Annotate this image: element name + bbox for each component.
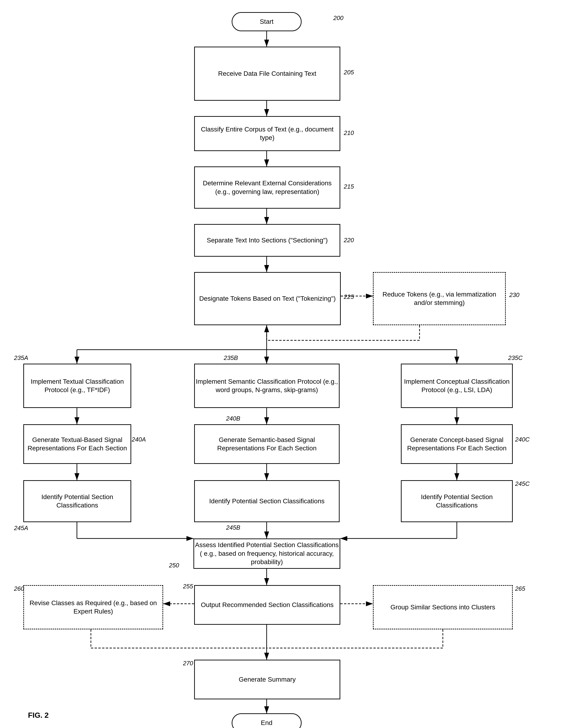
label-260: 260 bbox=[14, 585, 24, 592]
end-node: End bbox=[232, 713, 302, 728]
node-215: Determine Relevant External Consideratio… bbox=[194, 166, 340, 209]
label-225: 225 bbox=[344, 293, 354, 300]
label-255: 255 bbox=[183, 583, 193, 590]
label-250: 250 bbox=[169, 562, 179, 569]
node-240c: Generate Concept-based Signal Representa… bbox=[401, 424, 513, 464]
node-230: Reduce Tokens (e.g., via lemmatization a… bbox=[373, 272, 506, 325]
node-235c: Implement Conceptual Classification Prot… bbox=[401, 364, 513, 408]
label-220: 220 bbox=[344, 237, 354, 244]
node-270: Generate Summary bbox=[194, 660, 340, 699]
node-235a: Implement Textual Classification Protoco… bbox=[23, 364, 131, 408]
node-240b: Generate Semantic-based Signal Represent… bbox=[194, 424, 340, 464]
node-220: Separate Text Into Sections ("Sectioning… bbox=[194, 224, 340, 257]
label-245c: 245C bbox=[515, 480, 530, 487]
figure-number-label: 200 bbox=[333, 14, 343, 22]
label-240b: 240B bbox=[226, 415, 240, 422]
label-230: 230 bbox=[509, 291, 519, 299]
label-240c: 240C bbox=[515, 436, 530, 443]
node-245a: Identify Potential Section Classificatio… bbox=[23, 480, 131, 522]
node-245c: Identify Potential Section Classificatio… bbox=[401, 480, 513, 522]
node-205: Receive Data File Containing Text bbox=[194, 47, 340, 101]
label-235a: 235A bbox=[14, 354, 28, 362]
label-240a: 240A bbox=[132, 436, 146, 443]
node-210: Classify Entire Corpus of Text (e.g., do… bbox=[194, 116, 340, 151]
node-250: Assess Identified Potential Section Clas… bbox=[193, 538, 340, 569]
label-265: 265 bbox=[515, 585, 525, 592]
flowchart-diagram: 200 Start Receive Data File Containing T… bbox=[0, 0, 561, 728]
label-235b: 235B bbox=[224, 354, 238, 362]
node-255: Output Recommended Section Classificatio… bbox=[194, 585, 340, 625]
label-210: 210 bbox=[344, 129, 354, 137]
label-235c: 235C bbox=[508, 354, 523, 362]
label-245b: 245B bbox=[226, 524, 240, 531]
node-245b: Identify Potential Section Classificatio… bbox=[194, 480, 340, 522]
label-215: 215 bbox=[344, 183, 354, 190]
figure-label: FIG. 2 bbox=[28, 711, 49, 720]
label-245a: 245A bbox=[14, 524, 28, 532]
node-240a: Generate Textual-Based Signal Representa… bbox=[23, 424, 131, 464]
label-205: 205 bbox=[344, 69, 354, 76]
start-node: Start bbox=[232, 12, 302, 31]
label-270: 270 bbox=[183, 660, 193, 667]
node-260: Revise Classes as Required (e.g., based … bbox=[23, 585, 163, 629]
node-265: Group Similar Sections into Clusters bbox=[373, 585, 513, 629]
node-225: Designate Tokens Based on Text ("Tokeniz… bbox=[194, 272, 341, 325]
node-235b: Implement Semantic Classification Protoc… bbox=[194, 364, 340, 408]
